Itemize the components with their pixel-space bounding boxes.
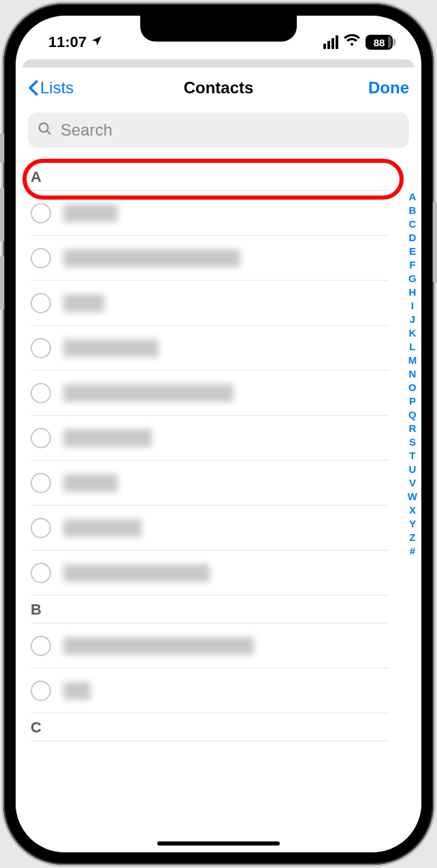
index-letter[interactable]: J [410, 313, 415, 326]
selection-radio[interactable] [31, 518, 51, 538]
index-letter[interactable]: Q [408, 408, 417, 422]
contact-name-redacted [63, 204, 118, 222]
device-notch [140, 16, 297, 42]
selection-radio[interactable] [31, 428, 51, 448]
contact-name-redacted [63, 249, 240, 267]
alphabet-index[interactable]: ABCDEFGHIJKLMNOPQRSTUVWXYZ# [408, 190, 417, 558]
contact-row[interactable] [31, 191, 389, 236]
index-letter[interactable]: Z [409, 531, 415, 544]
back-label: Lists [40, 78, 74, 97]
contact-row[interactable] [31, 236, 389, 281]
index-letter[interactable]: R [408, 422, 416, 435]
index-letter[interactable]: E [409, 245, 416, 258]
selection-radio[interactable] [31, 293, 51, 313]
silence-switch [0, 133, 4, 164]
contact-row[interactable] [31, 281, 389, 326]
index-letter[interactable]: Y [409, 517, 416, 531]
index-letter[interactable]: B [408, 204, 416, 217]
volume-down-button [0, 255, 4, 310]
section-header: B [31, 595, 389, 623]
contact-name-redacted [63, 384, 233, 402]
index-letter[interactable]: H [408, 285, 416, 299]
power-button [433, 201, 437, 283]
search-input[interactable] [28, 112, 409, 148]
index-letter[interactable]: N [408, 367, 416, 381]
selection-radio[interactable] [31, 203, 51, 223]
section-header: A [31, 163, 389, 191]
index-letter[interactable]: K [408, 326, 416, 340]
contact-row[interactable] [31, 668, 389, 713]
selection-radio[interactable] [31, 636, 51, 656]
selection-radio[interactable] [31, 473, 51, 493]
contact-name-redacted [63, 429, 152, 447]
selection-radio[interactable] [31, 563, 51, 583]
index-letter[interactable]: U [408, 463, 416, 476]
selection-radio[interactable] [31, 681, 51, 701]
battery-percent: 88 [374, 37, 385, 48]
index-letter[interactable]: T [409, 449, 415, 463]
contact-row[interactable] [31, 461, 389, 506]
index-letter[interactable]: C [408, 217, 416, 231]
wifi-icon [344, 33, 360, 51]
selection-radio[interactable] [31, 248, 51, 268]
back-button[interactable]: Lists [28, 78, 74, 97]
index-letter[interactable]: F [409, 258, 415, 272]
search-icon [37, 121, 52, 139]
contact-name-redacted [63, 682, 91, 700]
index-letter[interactable]: A [408, 190, 416, 204]
index-letter[interactable]: S [409, 435, 416, 449]
index-letter[interactable]: D [408, 231, 416, 245]
contacts-sheet: Lists Contacts Done ABC ABCDEFGHIJKLMNOP… [16, 67, 421, 852]
nav-bar: Lists Contacts Done [16, 67, 421, 108]
index-letter[interactable]: L [409, 340, 415, 354]
index-letter[interactable]: O [408, 381, 417, 394]
contact-name-redacted [63, 294, 104, 312]
svg-line-1 [47, 131, 50, 134]
contact-row[interactable] [31, 551, 389, 595]
volume-up-button [0, 187, 4, 242]
section-header: C [31, 713, 389, 741]
index-letter[interactable]: P [409, 394, 416, 408]
location-icon [91, 33, 103, 51]
index-letter[interactable]: X [409, 503, 416, 517]
index-letter[interactable]: I [411, 299, 414, 313]
contact-row[interactable] [31, 326, 389, 371]
contact-row[interactable] [31, 623, 389, 668]
selection-radio[interactable] [31, 338, 51, 358]
contact-row[interactable] [31, 506, 389, 551]
contact-name-redacted [63, 474, 118, 492]
cellular-icon [323, 35, 338, 49]
contact-row[interactable] [31, 371, 389, 416]
page-title: Contacts [184, 78, 254, 97]
battery-indicator: 88 [366, 35, 395, 50]
contact-row[interactable] [31, 416, 389, 461]
index-letter[interactable]: G [408, 272, 417, 285]
index-letter[interactable]: # [410, 544, 415, 558]
contact-name-redacted [63, 339, 159, 357]
status-time: 11:07 [48, 33, 86, 51]
home-indicator[interactable] [157, 841, 280, 846]
index-letter[interactable]: W [408, 490, 417, 503]
contact-name-redacted [63, 637, 254, 655]
selection-radio[interactable] [31, 383, 51, 403]
index-letter[interactable]: V [409, 476, 416, 490]
done-button[interactable]: Done [368, 78, 409, 97]
chevron-left-icon [28, 80, 39, 96]
contact-name-redacted [63, 564, 210, 582]
index-letter[interactable]: M [408, 354, 417, 367]
contact-name-redacted [63, 519, 142, 537]
